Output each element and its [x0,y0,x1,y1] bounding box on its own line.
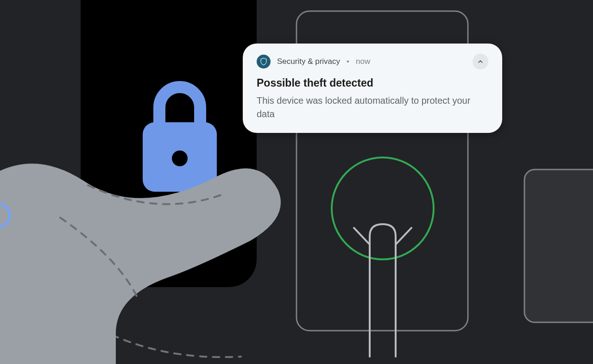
chevron-up-icon [477,58,484,65]
notification-app-name: Security & privacy [277,57,340,66]
illustration-stage: Security & privacy • now Possible theft … [0,0,593,364]
notification-timestamp: now [356,57,370,66]
shield-icon [257,55,271,69]
svg-point-1 [172,151,188,166]
detection-ring-group [332,157,434,357]
detection-ring [332,157,434,259]
notification-title: Possible theft detected [257,77,488,89]
collapse-button[interactable] [473,54,488,69]
notification-body: This device was locked automatically to … [257,94,488,121]
side-panel [524,169,593,322]
person-arms-up-icon [354,224,411,357]
notification-header: Security & privacy • now [257,54,488,69]
notification-separator: • [347,57,349,66]
notification-card[interactable]: Security & privacy • now Possible theft … [243,44,502,133]
